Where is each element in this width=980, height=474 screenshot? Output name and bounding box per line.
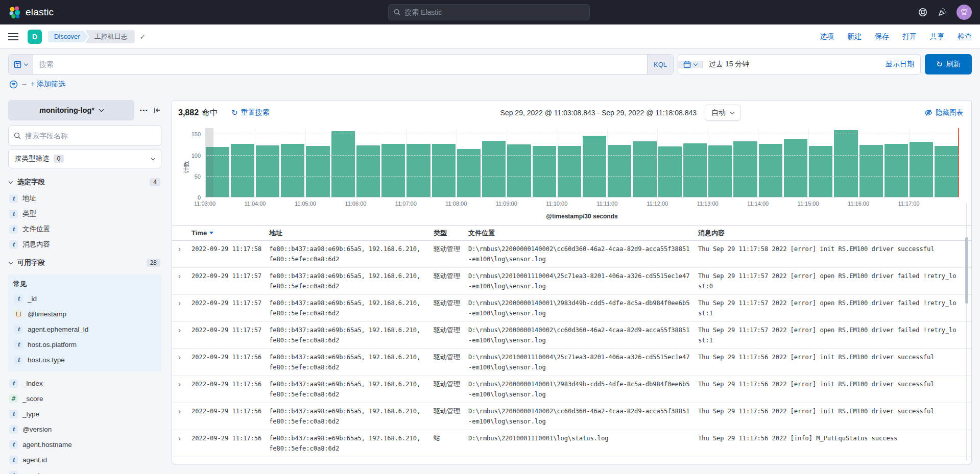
field-item-地址[interactable]: t地址 [9, 194, 160, 203]
reset-search-link[interactable]: ↻ 重置搜索 [231, 108, 270, 117]
histogram-bar[interactable] [759, 144, 782, 198]
field-item-消息内容[interactable]: t消息内容 [9, 240, 160, 249]
expand-row-icon[interactable]: › [176, 433, 192, 454]
filter-by-type[interactable]: 按类型筛选 0 [8, 149, 161, 168]
histogram-bar[interactable] [558, 146, 581, 197]
toolbar-action-新建[interactable]: 新建 [847, 32, 862, 41]
field-item-agent.name[interactable]: tagent.name [9, 470, 160, 474]
histogram-bar[interactable] [507, 144, 531, 197]
breadcrumb-app[interactable]: Discover [48, 31, 88, 42]
query-search-input[interactable] [33, 55, 647, 74]
saved-query-menu[interactable] [9, 55, 33, 74]
field-item-文件位置[interactable]: t文件位置 [9, 224, 160, 234]
global-search[interactable] [388, 4, 590, 20]
expand-row-icon[interactable]: › [176, 406, 192, 427]
field-name: _type [22, 410, 39, 418]
index-pattern-selector[interactable]: monitoring-log* [8, 100, 134, 120]
field-item-类型[interactable]: t类型 [9, 209, 160, 218]
histogram-bar[interactable] [859, 145, 883, 197]
selected-fields-section[interactable]: 选定字段 4 [9, 178, 160, 187]
histogram-bar[interactable] [457, 149, 481, 197]
column-header-type[interactable]: 类型 [434, 229, 468, 238]
available-fields-section[interactable]: 可用字段 28 [9, 258, 160, 267]
field-item-agent.id[interactable]: tagent.id [9, 455, 160, 464]
field-search[interactable] [8, 126, 161, 146]
column-header-file[interactable]: 文件位置 [468, 229, 698, 238]
field-item-agent.ephemeral_id[interactable]: tagent.ephemeral_id [14, 325, 155, 334]
discover-app-badge[interactable]: D [28, 30, 42, 44]
refresh-button[interactable]: ↻ 刷新 [925, 54, 972, 74]
histogram-bar[interactable] [809, 146, 832, 197]
histogram-bar[interactable] [256, 145, 279, 197]
histogram-bar[interactable] [608, 145, 631, 197]
expand-row-icon[interactable]: › [176, 271, 192, 291]
menu-icon[interactable] [8, 33, 18, 40]
boxes-horizontal-icon[interactable]: ⋯ [139, 106, 148, 115]
field-search-input[interactable] [25, 132, 156, 140]
cell-address: fe80::b437:aa98:e69b:65a5, 192.168.6.210… [269, 433, 434, 454]
newsfeed-icon[interactable] [937, 7, 947, 17]
filter-icon[interactable] [9, 80, 18, 89]
x-tick-label: 11:16:00 [848, 201, 869, 207]
histogram-bar[interactable] [281, 144, 304, 198]
histogram-bar[interactable] [306, 146, 329, 197]
histogram-bar[interactable] [432, 144, 456, 198]
field-item-_index[interactable]: t_index [9, 379, 160, 388]
histogram-bar[interactable] [482, 141, 506, 197]
histogram-bar[interactable] [910, 142, 933, 197]
histogram-bar[interactable] [834, 130, 857, 197]
histogram-bar[interactable] [381, 144, 405, 197]
scrollbar-thumb[interactable] [965, 237, 968, 304]
field-item-@version[interactable]: t@version [9, 425, 160, 434]
column-header-message[interactable]: 消息内容 [698, 229, 966, 238]
sort-desc-icon [209, 232, 213, 234]
histogram-bar[interactable] [784, 139, 807, 197]
histogram-bar[interactable] [633, 141, 656, 197]
expand-row-icon[interactable]: › [176, 352, 192, 372]
interval-select[interactable]: 自动 [705, 105, 740, 121]
breadcrumb-page[interactable]: 工控机日志 [85, 30, 135, 43]
add-filter-link[interactable]: + 添加筛选 [31, 80, 65, 89]
histogram-bar[interactable] [231, 144, 254, 197]
field-item-host.os.type[interactable]: thost.os.type [14, 355, 155, 364]
toolbar-action-打开[interactable]: 打开 [902, 32, 917, 41]
histogram-bar[interactable] [658, 146, 682, 197]
histogram-bar[interactable] [935, 146, 958, 197]
histogram-bar[interactable] [407, 144, 430, 197]
field-item-@timestamp[interactable]: @timestamp [14, 309, 155, 318]
expand-row-icon[interactable]: › [176, 325, 192, 345]
help-icon[interactable] [918, 7, 928, 17]
toolbar-action-保存[interactable]: 保存 [875, 32, 889, 41]
field-item-agent.hostname[interactable]: tagent.hostname [9, 440, 160, 449]
time-range-value[interactable]: 过去 15 分钟 [703, 60, 755, 69]
expand-row-icon[interactable]: › [176, 298, 192, 318]
hide-chart-link[interactable]: 隐藏图表 [924, 108, 963, 117]
toolbar-action-选项[interactable]: 选项 [820, 32, 834, 41]
column-header-address[interactable]: 地址 [269, 229, 434, 238]
field-item-_type[interactable]: t_type [9, 409, 160, 418]
histogram-bar[interactable] [885, 144, 908, 197]
collapse-sidebar-icon[interactable] [153, 106, 161, 114]
histogram-bar[interactable] [683, 143, 707, 197]
histogram-bar[interactable] [733, 141, 757, 197]
toolbar-action-共享[interactable]: 共享 [930, 32, 944, 41]
histogram-bar[interactable] [533, 146, 556, 197]
field-item-_score[interactable]: #_score [9, 394, 160, 403]
column-header-time[interactable]: Time [192, 229, 269, 237]
calendar-icon [683, 61, 691, 68]
user-avatar[interactable]: 管 [957, 5, 972, 20]
global-search-input[interactable] [404, 8, 584, 16]
expand-row-icon[interactable]: › [176, 244, 192, 264]
field-item-host.os.platform[interactable]: thost.os.platform [14, 340, 155, 349]
histogram-bar[interactable] [583, 136, 606, 197]
show-dates-link[interactable]: 显示日期 [879, 60, 920, 69]
expand-row-icon[interactable]: › [176, 379, 192, 400]
histogram-bar[interactable] [356, 145, 380, 197]
histogram-bar[interactable] [331, 131, 355, 197]
field-item-_id[interactable]: t_id [14, 294, 155, 303]
elastic-logo[interactable]: elastic [8, 6, 54, 19]
toolbar-action-检查[interactable]: 检查 [958, 32, 972, 41]
kql-toggle[interactable]: KQL [647, 55, 673, 74]
histogram-bar[interactable] [708, 145, 732, 197]
date-quick-menu[interactable] [678, 61, 703, 68]
